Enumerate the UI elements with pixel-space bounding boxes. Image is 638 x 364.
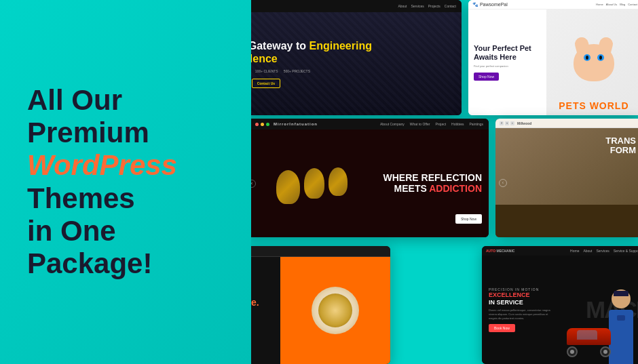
pets-left-content: Your Perfect Pet Awaits Here Find your p… bbox=[468, 9, 546, 115]
mirror-nav-1: About Company bbox=[380, 122, 405, 126]
headline-line1: All Our Premium bbox=[27, 84, 149, 148]
recipe-time: Time. bbox=[251, 297, 259, 308]
engineering-highlight: EngineeringExcellence bbox=[251, 40, 372, 64]
eng-nav-2: Services bbox=[411, 4, 424, 8]
cat-eye-right bbox=[597, 54, 604, 61]
mirror-card[interactable]: MirrorInfatuation About Company What to … bbox=[251, 119, 489, 237]
interior-navbar: f t i Millwood bbox=[495, 119, 638, 128]
mechanic-body bbox=[609, 310, 633, 364]
car-windshield bbox=[577, 330, 597, 340]
recipe-left-content: LET'S Taste the Magic in Every Bite, Eve… bbox=[251, 257, 280, 364]
mirror-shape-1 bbox=[276, 170, 300, 204]
mirror-highlight: ADDICTION bbox=[429, 184, 482, 195]
pets-nav-2: About Us bbox=[606, 3, 617, 6]
auto-left-content: PRECISION IN MOTION EXCELLENCE IN SERVIC… bbox=[482, 256, 563, 364]
recipe-lets: LET'S bbox=[251, 277, 272, 281]
eng-nav-4: Contact bbox=[445, 4, 456, 8]
mirror-images bbox=[251, 129, 379, 237]
recipe-card[interactable]: RECIPE Home Register Now Main Highlights… bbox=[251, 246, 390, 364]
pets-title: Your Perfect Pet Awaits Here bbox=[474, 44, 541, 62]
mirror-nav-2: What to Offer bbox=[410, 122, 430, 126]
interior-arrow-left[interactable]: ‹ bbox=[499, 179, 507, 187]
auto-title-highlight: EXCELLENCE bbox=[489, 291, 530, 298]
social-instagram[interactable]: i bbox=[510, 121, 514, 125]
mirror-hero: ‹ WHERE REFLECTION MEETS ADDICTION Shop … bbox=[251, 129, 489, 237]
auto-card[interactable]: AUTO MECHANIC Home About Services Servic… bbox=[482, 246, 638, 364]
mirror-nav-3: Project bbox=[436, 122, 447, 126]
mirror-title-line2: MEETS ADDICTION bbox=[394, 184, 482, 195]
car-wheel-front bbox=[567, 346, 578, 357]
pets-nav-links: Home About Us Blog Contact bbox=[596, 3, 637, 6]
pets-description: Find your perfect companion bbox=[474, 64, 541, 68]
mirror-headline: WHERE REFLECTION MEETS ADDICTION bbox=[383, 172, 482, 195]
mirror-logo: MirrorInfatuation bbox=[274, 122, 318, 126]
interior-headline: TRANS FORM bbox=[605, 136, 636, 156]
food-mound bbox=[318, 294, 352, 327]
pets-world-text: PETS WORLD bbox=[546, 100, 638, 111]
auto-navbar: AUTO MECHANIC Home About Services Servic… bbox=[482, 246, 638, 256]
engineering-nav-items: About Services Projects Contact bbox=[398, 4, 456, 8]
headline-line4: in One Package! bbox=[27, 215, 152, 279]
auto-nav-1: Home bbox=[570, 249, 579, 253]
pets-logo: 🐾 PawsomePal bbox=[472, 2, 508, 7]
auto-logo: AUTO MECHANIC bbox=[486, 249, 514, 253]
recipe-navbar: RECIPE Home Register Now Main Highlights… bbox=[251, 246, 390, 257]
right-panel: DigiBell About Services Projects Contact… bbox=[251, 0, 638, 364]
auto-book-btn[interactable]: Book Now bbox=[489, 324, 515, 332]
headline-themes: Themes bbox=[27, 182, 135, 214]
headline-wordpress: WordPress bbox=[27, 149, 177, 181]
dot-red bbox=[255, 123, 259, 126]
auto-hero: PRECISION IN MOTION EXCELLENCE IN SERVIC… bbox=[482, 256, 638, 364]
left-panel: All Our Premium WordPress Themes in One … bbox=[0, 0, 251, 364]
dot-yellow bbox=[261, 123, 264, 126]
mirror-window-dots bbox=[255, 123, 269, 126]
car-wheels bbox=[567, 346, 611, 357]
engineering-buttons: View More Contact Us bbox=[251, 79, 451, 88]
auto-title: EXCELLENCE IN SERVICE bbox=[489, 291, 557, 306]
engineering-stats: AWARD WINNING 100+ CLIENTS 500+ PROJECTS bbox=[251, 69, 451, 73]
engineering-card[interactable]: DigiBell About Services Projects Contact… bbox=[251, 0, 462, 115]
recipe-title: Taste the Magic in Every Bite, Every Tim… bbox=[251, 285, 272, 308]
auto-title-line2: IN SERVICE bbox=[489, 299, 523, 306]
social-twitter[interactable]: t bbox=[505, 121, 509, 125]
car-shape bbox=[567, 328, 611, 357]
interior-subtitle: FORM bbox=[610, 145, 636, 155]
eng-stat-2: 100+ CLIENTS bbox=[255, 69, 278, 73]
auto-nav-2: About bbox=[583, 249, 592, 253]
mechanic-head bbox=[612, 289, 631, 308]
mirror-shape-2 bbox=[304, 168, 324, 199]
social-facebook[interactable]: f bbox=[500, 121, 504, 125]
pets-nav-3: Blog bbox=[620, 3, 625, 6]
mirror-nav-4: Hobbies bbox=[451, 122, 464, 126]
engineering-hero: Your Gateway to EngineeringExcellence AW… bbox=[251, 12, 462, 115]
main-container: All Our Premium WordPress Themes in One … bbox=[0, 0, 638, 364]
car-body bbox=[567, 328, 611, 345]
auto-nav-3: Services bbox=[597, 249, 609, 253]
interior-social-icons: f t i bbox=[500, 121, 514, 125]
pets-card[interactable]: 🐾 PawsomePal Home About Us Blog Contact … bbox=[468, 0, 638, 115]
eng-stat-3: 500+ PROJECTS bbox=[284, 69, 310, 73]
engineering-contact-btn[interactable]: Contact Us bbox=[252, 79, 280, 88]
mirror-title-line1: WHERE REFLECTION bbox=[383, 172, 482, 183]
pets-right-image: PETS WORLD bbox=[546, 9, 638, 115]
mirror-nav-links: About Company What to Offer Project Hobb… bbox=[380, 122, 483, 126]
auto-nav-links: Home About Services Service & Support bbox=[570, 249, 638, 253]
mirror-nav-5: Paintings bbox=[469, 122, 483, 126]
recipe-food-image bbox=[280, 257, 390, 364]
engineering-title: Your Gateway to EngineeringExcellence bbox=[251, 39, 451, 65]
mirror-navbar: MirrorInfatuation About Company What to … bbox=[251, 119, 489, 129]
engineering-navbar: DigiBell About Services Projects Contact bbox=[251, 0, 462, 12]
auto-nav-4: Service & Support bbox=[614, 249, 638, 253]
screenshot-grid: DigiBell About Services Projects Contact… bbox=[251, 0, 638, 364]
recipe-body: LET'S Taste the Magic in Every Bite, Eve… bbox=[251, 257, 390, 364]
interior-card[interactable]: f t i Millwood TRANS FORM ‹ bbox=[495, 119, 638, 237]
auto-logo-red: AUTO bbox=[486, 249, 495, 253]
main-headline: All Our Premium WordPress Themes in One … bbox=[27, 84, 224, 281]
pets-shop-btn[interactable]: Shop Now bbox=[474, 73, 499, 81]
interior-title: TRANS bbox=[605, 136, 636, 146]
car-wheel-rear bbox=[600, 346, 611, 357]
pets-nav-1: Home bbox=[596, 3, 603, 6]
mirror-shop-btn[interactable]: Shop Now bbox=[455, 214, 482, 224]
dot-green bbox=[266, 123, 269, 126]
pets-cat-image bbox=[546, 9, 638, 115]
